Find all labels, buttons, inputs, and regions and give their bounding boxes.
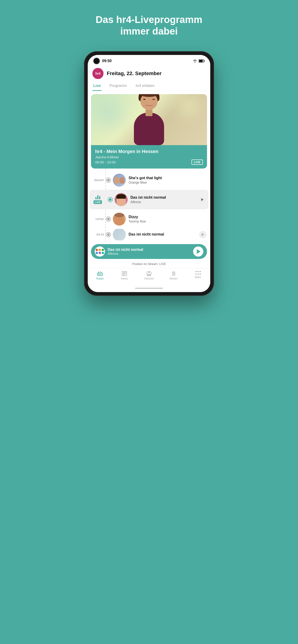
header-line1: Das hr4-Liveprogramm	[96, 14, 202, 25]
np-dot-3	[102, 249, 104, 251]
np-dot-5	[99, 252, 101, 254]
np-title: Das ist nicht normal	[108, 248, 190, 252]
show-title: hr4 - Mein Morgen in Hessen	[95, 149, 203, 154]
track-dot-live	[108, 198, 112, 202]
nav-item-news[interactable]: News	[112, 270, 137, 281]
track-label-0943: 09:43	[88, 233, 104, 236]
track-item-danach[interactable]: danach She's got that light Ora	[88, 170, 210, 190]
nav-item-verkehr[interactable]: Verkehr	[137, 270, 161, 281]
svg-rect-2	[204, 60, 205, 62]
nav-label-wetter: Wetter	[169, 277, 178, 280]
status-time: 09:50	[102, 59, 112, 63]
live-badge-green: LIVE	[94, 200, 102, 204]
track-title-0943: Das ist nicht normal	[129, 232, 199, 236]
show-info: hr4 - Mein Morgen in Hessen Jascha Küllm…	[91, 145, 207, 168]
more-dot-6	[200, 274, 201, 275]
nav-label-news: News	[121, 277, 128, 280]
track-thumbnail-0943	[113, 229, 126, 240]
track-title-danach: She's got that light	[129, 176, 207, 180]
play-triangle	[197, 249, 200, 254]
more-dot-2	[197, 271, 199, 272]
live-bar-1	[95, 197, 97, 199]
track-thumbnail-vorher	[113, 212, 126, 226]
battery-icon	[199, 59, 205, 62]
svg-marker-4	[202, 233, 204, 236]
svg-line-24	[173, 276, 173, 276]
tab-live[interactable]: Live	[92, 81, 102, 91]
track-item-vorher[interactable]: vorher Dizzy Tommy Roe	[88, 209, 210, 229]
svg-line-26	[174, 276, 174, 276]
track-thumbnail-live	[115, 193, 128, 206]
radio-icon	[97, 271, 103, 276]
live-bar-3	[99, 196, 100, 199]
svg-line-22	[172, 272, 172, 272]
np-dot-2	[99, 249, 101, 251]
tabs-container: Live Programm hr4 erleben	[88, 81, 210, 91]
more-dot-5	[197, 274, 199, 275]
track-title-live: Das ist nicht normal	[130, 196, 199, 200]
track-item-0943[interactable]: 09:43 Das ist nicht normal	[88, 229, 210, 240]
page-background: Das hr4-Liveprogramm immer dabei 09:50	[5, 9, 293, 296]
svg-rect-1	[199, 60, 203, 62]
svg-point-7	[101, 274, 102, 275]
show-host: Jascha Küllmer	[95, 155, 203, 159]
track-play-0943[interactable]	[199, 231, 207, 238]
more-dot-3	[200, 271, 201, 272]
phone-screen: 09:50	[88, 55, 210, 292]
track-artist-vorher: Tommy Roe	[129, 220, 207, 223]
now-playing-bar[interactable]: Das ist nicht normal Allessa	[91, 244, 207, 259]
nav-label-verkehr: Verkehr	[144, 277, 154, 280]
np-icon	[95, 246, 105, 257]
weather-icon	[171, 271, 177, 276]
svg-rect-6	[98, 274, 100, 275]
live-indicator: LIVE	[90, 195, 106, 204]
nav-label-radio: Radio	[96, 277, 104, 280]
nav-item-mehr[interactable]: Mehr	[186, 270, 210, 281]
svg-line-25	[173, 276, 174, 276]
np-dot-6	[102, 252, 104, 254]
track-item-live[interactable]: LIVE Das ist nicht normal Allessa	[90, 190, 208, 209]
phone-frame: 09:50	[84, 51, 214, 296]
np-dots	[96, 249, 104, 254]
bottom-nav: Radio News	[88, 268, 210, 286]
tab-hr4erleben[interactable]: hr4 erleben	[135, 81, 155, 91]
show-image	[91, 94, 207, 145]
tab-programm[interactable]: Programm	[109, 81, 128, 91]
track-title-vorher: Dizzy	[129, 215, 207, 219]
live-bars	[95, 195, 100, 199]
track-info-0943: Das ist nicht normal	[129, 232, 199, 237]
traffic-icon	[146, 271, 152, 276]
nav-label-mehr: Mehr	[195, 276, 201, 279]
show-time-row: 06:00 - 10:00 LIVE	[95, 160, 203, 165]
np-play-button[interactable]	[193, 246, 203, 257]
more-dots-container	[195, 271, 201, 272]
app-header: hr4 Freitag, 22. September	[88, 66, 210, 81]
np-dot-4	[96, 252, 98, 254]
track-dot-danach	[106, 178, 111, 182]
tracklist: danach She's got that light Ora	[88, 168, 210, 242]
track-play-live[interactable]	[199, 196, 206, 203]
track-info-vorher: Dizzy Tommy Roe	[129, 215, 207, 223]
track-dot-vorher	[106, 217, 111, 221]
more-dot-4	[195, 274, 197, 275]
home-indicator	[88, 286, 210, 292]
svg-point-16	[149, 275, 151, 276]
track-info-live: Das ist nicht normal Allessa	[130, 196, 199, 204]
np-artist: Allessa	[108, 252, 190, 256]
nav-item-wetter[interactable]: Wetter	[161, 270, 186, 281]
track-label-danach: danach	[88, 178, 104, 182]
news-icon	[122, 271, 127, 276]
svg-marker-3	[201, 198, 203, 201]
track-info-danach: She's got that light Orange Blue	[129, 176, 207, 184]
live-bar-2	[97, 195, 98, 199]
home-indicator-bar	[135, 288, 163, 289]
show-time: 06:00 - 10:00	[95, 160, 116, 164]
live-badge: LIVE	[191, 160, 203, 165]
nav-item-radio[interactable]: Radio	[88, 270, 112, 281]
more-dots-row2	[195, 274, 201, 275]
wifi-icon	[193, 59, 197, 63]
show-card[interactable]: hr4 - Mein Morgen in Hessen Jascha Küllm…	[91, 94, 207, 168]
hr4-logo: hr4	[92, 68, 104, 79]
track-artist-danach: Orange Blue	[129, 180, 207, 184]
page-header: Das hr4-Liveprogramm immer dabei	[86, 9, 212, 42]
